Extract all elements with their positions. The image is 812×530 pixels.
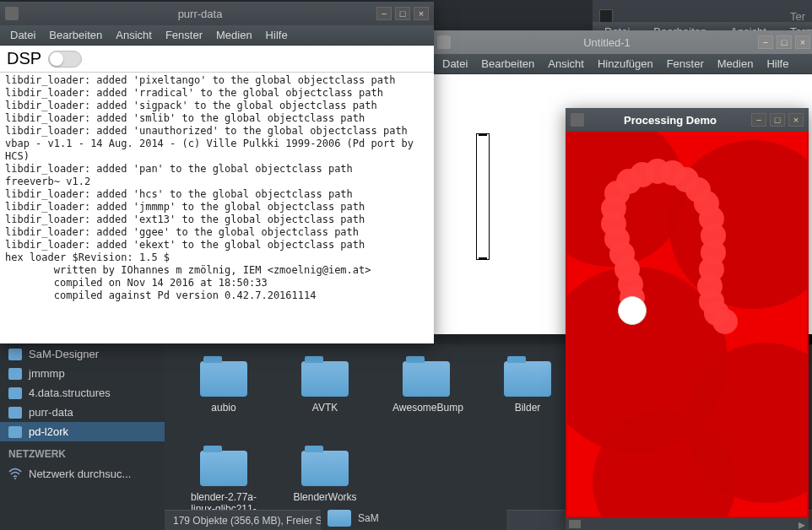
pd-console[interactable]: libdir_loader: added 'pixeltango' to the… xyxy=(0,73,434,343)
folder-label: SaM xyxy=(358,512,379,524)
purr-data-window[interactable]: purr-data − □ × Datei Bearbeiten Ansicht… xyxy=(0,2,434,343)
folder-label: aubio xyxy=(190,402,257,414)
maximize-button[interactable]: □ xyxy=(777,35,792,49)
folder-aubio[interactable]: aubio xyxy=(190,361,257,425)
sidebar-item-sam-designer[interactable]: SaM-Designer xyxy=(0,344,165,364)
sidebar-item-label: pd-l2ork xyxy=(29,425,68,438)
sidebar-heading-network: NETZWERK xyxy=(0,441,165,463)
scrollbar-thumb[interactable] xyxy=(569,520,581,528)
sidebar-item-label: SaM-Designer xyxy=(29,348,99,360)
purr-title: purr-data xyxy=(24,8,376,20)
folder-icon xyxy=(200,361,247,397)
menu-bearbeiten[interactable]: Bearbeiten xyxy=(42,27,109,43)
pd-slider-object[interactable] xyxy=(476,133,490,260)
menu-medien[interactable]: Medien xyxy=(209,27,259,43)
menu-ansicht[interactable]: Ansicht xyxy=(109,27,159,43)
folder-icon xyxy=(8,368,22,380)
bg-circle xyxy=(669,140,809,309)
head-circle xyxy=(618,296,647,325)
folder-icon xyxy=(8,349,22,360)
folder-label: AwesomeBump xyxy=(392,402,460,414)
minimize-button[interactable]: − xyxy=(751,113,766,127)
folder-icon xyxy=(301,451,349,486)
folder-icon xyxy=(504,361,551,397)
dsp-bar: DSP xyxy=(0,46,434,73)
processing-icon xyxy=(571,113,584,127)
pd-icon xyxy=(437,35,451,49)
trail-circle xyxy=(712,309,738,334)
minimize-button[interactable]: − xyxy=(376,7,392,20)
sidebar-item-jmmmp[interactable]: jmmmp xyxy=(0,364,165,383)
maximize-button[interactable]: □ xyxy=(395,7,410,20)
sidebar-item-network-search[interactable]: Netzwerk durchsuc... xyxy=(0,463,165,484)
terminal-title-partial: Ter xyxy=(790,10,805,23)
folder-icon xyxy=(328,510,351,527)
pd-patch-menubar: Datei Bearbeiten Ansicht Hinzufügen Fens… xyxy=(432,54,812,74)
close-button[interactable]: × xyxy=(795,35,810,49)
wifi-icon xyxy=(8,467,22,480)
purr-menubar: Datei Bearbeiten Ansicht Fenster Medien … xyxy=(0,25,434,46)
sidebar-item-purr-data[interactable]: purr-data xyxy=(0,403,165,422)
terminal-icon xyxy=(599,9,613,23)
menu-bearbeiten[interactable]: Bearbeiten xyxy=(474,56,541,72)
folder-icon xyxy=(301,361,349,397)
pd-icon xyxy=(5,7,19,20)
folder-icon xyxy=(8,387,22,399)
sidebar-item-label: purr-data xyxy=(29,406,73,419)
dsp-label: DSP xyxy=(7,49,41,68)
menu-hilfe[interactable]: Hilfe xyxy=(760,56,795,72)
dsp-toggle[interactable] xyxy=(48,51,82,68)
folder-awesomebump[interactable]: AwesomeBump xyxy=(392,361,460,425)
close-button[interactable]: × xyxy=(414,7,429,20)
processing-demo-window[interactable]: Processing Demo − □ × xyxy=(566,108,809,530)
menu-datei[interactable]: Datei xyxy=(3,27,42,43)
menu-hinzufuegen[interactable]: Hinzufügen xyxy=(591,56,660,72)
menu-medien[interactable]: Medien xyxy=(711,56,761,72)
sidebar-item-label: Netzwerk durchsuc... xyxy=(29,468,131,480)
maximize-button[interactable]: □ xyxy=(770,113,785,127)
close-button[interactable]: × xyxy=(788,113,804,127)
folder-avtk[interactable]: AVTK xyxy=(291,361,359,425)
menu-fenster[interactable]: Fenster xyxy=(159,27,209,43)
sidebar-item-data-structures[interactable]: 4.data.structures xyxy=(0,383,165,403)
folder-label: AVTK xyxy=(291,402,359,414)
folder-icon xyxy=(403,361,450,397)
fm-sidebar: SaM-Designer jmmmp 4.data.structures pur… xyxy=(0,344,165,530)
purr-titlebar[interactable]: purr-data − □ × xyxy=(0,2,434,25)
pd-patch-titlebar[interactable]: Untitled-1 − □ × xyxy=(432,30,812,54)
folder-label: BlenderWorks xyxy=(291,491,359,503)
folder-bilder[interactable]: Bilder xyxy=(494,361,561,425)
sidebar-item-label: 4.data.structures xyxy=(29,387,111,399)
pd-patch-title: Untitled-1 xyxy=(456,36,758,49)
processing-titlebar[interactable]: Processing Demo − □ × xyxy=(566,108,809,132)
menu-ansicht[interactable]: Ansicht xyxy=(541,56,591,72)
minimize-button[interactable]: − xyxy=(758,35,773,49)
fm-grid-extra-row: SaM xyxy=(321,506,506,530)
folder-icon xyxy=(200,451,247,486)
sidebar-item-pd-l2ork[interactable]: pd-l2ork xyxy=(0,422,165,441)
menu-fenster[interactable]: Fenster xyxy=(660,56,711,72)
sidebar-item-label: jmmmp xyxy=(29,367,65,380)
folder-label: Bilder xyxy=(494,402,561,414)
processing-canvas[interactable] xyxy=(566,132,809,518)
processing-hscrollbar[interactable]: ▸ xyxy=(566,518,809,530)
processing-title: Processing Demo xyxy=(589,114,751,127)
folder-icon xyxy=(8,426,22,438)
folder-icon xyxy=(8,407,22,419)
menu-datei[interactable]: Datei xyxy=(436,56,474,72)
menu-hilfe[interactable]: Hilfe xyxy=(259,27,295,43)
svg-point-0 xyxy=(14,478,16,479)
